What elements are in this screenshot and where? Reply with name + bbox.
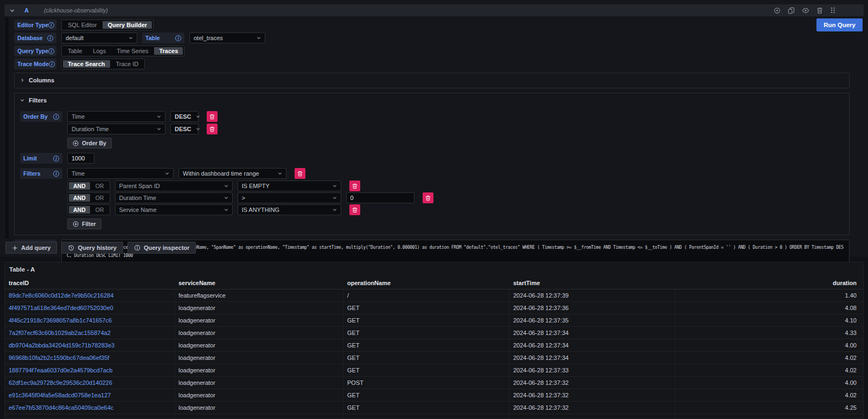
filter-operator-select[interactable]: IS EMPTY — [238, 181, 341, 191]
database-select[interactable]: default — [61, 33, 137, 43]
limit-input[interactable] — [67, 153, 94, 164]
bool-or-option[interactable]: OR — [91, 182, 108, 190]
query-type-option-traces[interactable]: Traces — [154, 47, 183, 55]
operation-name-cell: GET — [343, 314, 509, 326]
column-header-duration[interactable]: duration — [675, 276, 863, 289]
service-name-cell: loadgenerator — [175, 302, 343, 314]
query-ref-id: A — [24, 7, 29, 14]
trace-id-link[interactable]: 62df1ec9a29728c9e29536c20d140226 — [5, 377, 175, 389]
start-time-cell: 2024-06-28 12:37:35 — [509, 314, 675, 326]
trace-id-link[interactable]: 1887794f7eaa6037d0e2a4579bcd7acb — [5, 364, 175, 376]
column-header-service-name[interactable]: serviceName — [175, 276, 343, 289]
query-editor-panel: A (clickhouse-observability) Run Query — [0, 0, 868, 257]
drag-handle-icon[interactable] — [830, 7, 835, 14]
order-by-direction-select[interactable]: DESC — [170, 111, 199, 122]
column-header-operation-name[interactable]: operationName — [343, 276, 509, 289]
trace-id-link — [5, 414, 175, 419]
add-filter-row: Filter — [20, 218, 844, 229]
query-history-button[interactable]: Query history — [61, 242, 123, 254]
duration-cell: 4.00 — [675, 339, 863, 351]
operation-name-cell: POST — [343, 377, 509, 389]
record-circle-icon[interactable] — [774, 7, 781, 14]
filter-operator-select[interactable]: > — [238, 192, 341, 203]
order-by-field-select[interactable]: Duration Time — [67, 124, 165, 134]
trace-id-link[interactable]: 96968b10fa2b2c1590bc67dea06ef35f — [5, 352, 175, 364]
filter-row-parent-span-id: AND OR Parent Span ID IS EMPTY — [20, 181, 844, 191]
trace-mode-option-trace-id[interactable]: Trace ID — [111, 60, 144, 68]
query-type-option-time-series[interactable]: Time Series — [112, 47, 153, 55]
table-select[interactable]: otel_traces — [189, 33, 265, 43]
query-type-option-logs[interactable]: Logs — [88, 47, 111, 55]
chevron-down-icon — [224, 196, 228, 200]
table-row: 89dc7e8c6060c0d12de7e9b50c216284featuref… — [5, 289, 863, 302]
trace-id-link[interactable]: e67ee7b53870d4c864ca50409ca0e64c — [5, 402, 175, 414]
add-order-by-button[interactable]: Order By — [67, 138, 112, 149]
toggle-visibility-eye-icon[interactable] — [802, 7, 809, 14]
filter-value-input[interactable] — [346, 192, 414, 203]
chevron-down-icon — [157, 127, 161, 131]
duplicate-query-icon[interactable] — [788, 7, 795, 14]
info-icon: i — [47, 35, 53, 41]
chevron-down-icon — [196, 127, 200, 131]
filter-row-service-name: AND OR Service Name IS ANYTHING — [20, 204, 844, 215]
duration-cell — [675, 414, 863, 419]
chevron-down-icon — [129, 36, 133, 40]
filter-field-select[interactable]: Time — [67, 168, 174, 179]
table-row-clipped — [5, 414, 863, 419]
trace-id-link[interactable]: e91c3645f04fa5e58adcd0758e1ea127 — [5, 389, 175, 401]
service-name-cell: loadgenerator — [175, 352, 343, 364]
bool-and-option[interactable]: AND — [69, 194, 90, 202]
add-filter-button[interactable]: Filter — [67, 218, 101, 229]
table-row: 4f497571a618e364ed7ded60752030e0loadgene… — [5, 302, 863, 314]
bool-or-option[interactable]: OR — [91, 206, 108, 214]
order-by-direction-select[interactable]: DESC — [170, 124, 199, 134]
filters-section-toggle[interactable]: Filters — [20, 96, 844, 105]
trace-id-link[interactable]: 4f497571a618e364ed7ded60752030e0 — [5, 302, 175, 314]
columns-section-toggle[interactable]: Columns — [20, 76, 844, 85]
operation-name-cell: GET — [343, 339, 509, 351]
remove-filter-button[interactable] — [423, 192, 433, 203]
order-by-row-1: Order Byi Time DESC — [20, 111, 844, 122]
bool-or-option[interactable]: OR — [91, 194, 108, 202]
query-type-option-table[interactable]: Table — [63, 47, 87, 55]
add-query-button[interactable]: Add query — [5, 242, 57, 254]
editor-type-option-query-builder[interactable]: Query Builder — [103, 21, 152, 29]
remove-order-by-button[interactable] — [207, 111, 218, 122]
editor-type-option-sql-editor[interactable]: SQL Editor — [63, 21, 101, 29]
column-header-trace-id[interactable]: traceID — [5, 276, 175, 289]
duration-cell: 4.02 — [675, 389, 863, 401]
order-by-field-select[interactable]: Time — [67, 111, 165, 122]
remove-filter-button[interactable] — [295, 168, 305, 179]
column-header-start-time[interactable]: startTime — [509, 276, 675, 289]
trace-id-link[interactable]: db9704a2bbda34204d159c71b78283e3 — [5, 339, 175, 351]
remove-filter-button[interactable] — [349, 204, 360, 215]
trace-id-link[interactable]: 89dc7e8c6060c0d12de7e9b50c216284 — [5, 289, 175, 301]
start-time-cell — [509, 414, 675, 419]
remove-filter-button[interactable] — [349, 181, 360, 191]
bool-and-option[interactable]: AND — [69, 182, 90, 190]
duration-cell: 4.10 — [675, 314, 863, 326]
chevron-down-icon — [157, 114, 161, 119]
filter-field-select[interactable]: Service Name — [115, 204, 233, 215]
remove-order-by-button[interactable] — [207, 124, 218, 134]
service-name-cell: loadgenerator — [175, 377, 343, 389]
trace-id-link[interactable]: 4f45c21918c73698057a8b1c741657c6 — [5, 314, 175, 326]
query-type-label: Query Typei — [14, 46, 56, 56]
bool-and-option[interactable]: AND — [69, 206, 90, 214]
table-header-row: traceID serviceName operationName startT… — [5, 276, 863, 289]
filter-condition-select[interactable]: Within dashboard time range — [178, 168, 286, 179]
collapse-chevron-icon[interactable] — [10, 8, 15, 13]
query-inspector-button[interactable]: Query inspector — [127, 242, 196, 254]
query-type-row: Query Typei Table Logs Time Series Trace… — [14, 46, 850, 56]
editor-type-row: Editor Typei SQL Editor Query Builder — [14, 20, 850, 30]
filter-operator-select[interactable]: IS ANYTHING — [238, 204, 341, 215]
filter-field-select[interactable]: Duration Time — [115, 192, 233, 203]
trace-id-link[interactable]: 7a2f07ecf63c60b1029ab2ac155874a2 — [5, 327, 175, 339]
chevron-down-icon — [257, 36, 261, 40]
table-row: 7a2f07ecf63c60b1029ab2ac155874a2loadgene… — [5, 327, 863, 339]
service-name-cell: loadgenerator — [175, 314, 343, 326]
remove-query-trash-icon[interactable] — [816, 7, 823, 14]
filter-field-select[interactable]: Parent Span ID — [115, 181, 233, 191]
trace-mode-option-trace-search[interactable]: Trace Search — [63, 60, 110, 68]
service-name-cell: loadgenerator — [175, 327, 343, 339]
